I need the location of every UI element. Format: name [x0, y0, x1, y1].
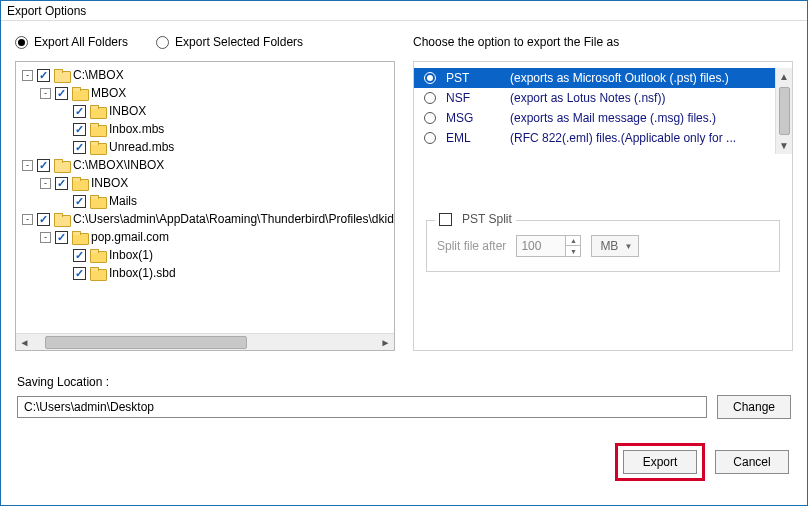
radio-export-selected[interactable]: Export Selected Folders [156, 35, 303, 49]
tree-item-label: MBOX [91, 86, 126, 100]
folder-icon [90, 123, 105, 135]
format-name: NSF [446, 91, 500, 105]
pst-split-fieldset: PST Split Split file after ▲ ▼ [426, 220, 780, 272]
tree-item-label: pop.gmail.com [91, 230, 169, 244]
folder-icon [72, 87, 87, 99]
format-box: ▲ ▼ PST(exports as Microsoft Outlook (.p… [413, 61, 793, 351]
scroll-down-icon[interactable]: ▼ [776, 137, 793, 154]
tree-row[interactable]: INBOX [16, 102, 394, 120]
tree-row[interactable]: Inbox(1) [16, 246, 394, 264]
tree-row[interactable]: -MBOX [16, 84, 394, 102]
split-label: Split file after [437, 239, 506, 253]
radio-dot-icon [424, 72, 436, 84]
format-desc: (exports as Mail message (.msg) files.) [510, 111, 784, 125]
tree-checkbox[interactable] [37, 159, 50, 172]
tree-checkbox[interactable] [55, 87, 68, 100]
tree-expander-icon[interactable]: - [22, 70, 33, 81]
spin-up-icon[interactable]: ▲ [565, 236, 580, 246]
tree-checkbox[interactable] [55, 177, 68, 190]
pst-split-legend[interactable]: PST Split [435, 212, 516, 226]
tree-expander-icon[interactable]: - [40, 232, 51, 243]
tree-item-label: Unread.mbs [109, 140, 174, 154]
format-desc: (RFC 822(.eml) files.(Applicable only fo… [510, 131, 784, 145]
folder-tree: -C:\MBOX-MBOXINBOXInbox.mbsUnread.mbs-C:… [15, 61, 395, 351]
folder-icon [90, 141, 105, 153]
tree-row[interactable]: -INBOX [16, 174, 394, 192]
saving-location-input[interactable] [17, 396, 707, 418]
tree-row[interactable]: Unread.mbs [16, 138, 394, 156]
spin-down-icon[interactable]: ▼ [565, 246, 580, 256]
export-highlight: Export [615, 443, 705, 481]
tree-item-label: Inbox(1).sbd [109, 266, 176, 280]
format-option-pst[interactable]: PST(exports as Microsoft Outlook (.pst) … [414, 68, 792, 88]
cancel-button[interactable]: Cancel [715, 450, 789, 474]
tree-checkbox[interactable] [37, 69, 50, 82]
tree-row[interactable]: Inbox(1).sbd [16, 264, 394, 282]
change-button[interactable]: Change [717, 395, 791, 419]
tree-item-label: C:\MBOX [73, 68, 124, 82]
tree-checkbox[interactable] [73, 141, 86, 154]
tree-row[interactable]: -C:\MBOX [16, 66, 394, 84]
vertical-scrollbar[interactable]: ▲ ▼ [775, 68, 792, 154]
tree-row[interactable]: -pop.gmail.com [16, 228, 394, 246]
scroll-up-icon[interactable]: ▲ [776, 68, 793, 85]
format-option-eml[interactable]: EML(RFC 822(.eml) files.(Applicable only… [414, 128, 792, 148]
radio-dot-icon [424, 92, 436, 104]
tree-checkbox[interactable] [55, 231, 68, 244]
tree-checkbox[interactable] [73, 249, 86, 262]
folder-icon [72, 177, 87, 189]
folder-tree-viewport[interactable]: -C:\MBOX-MBOXINBOXInbox.mbsUnread.mbs-C:… [16, 62, 394, 333]
format-name: EML [446, 131, 500, 145]
radio-dot-icon [424, 132, 436, 144]
horizontal-scrollbar[interactable]: ◄ ► [16, 333, 394, 350]
folder-panel: Export All Folders Export Selected Folde… [15, 31, 395, 351]
tree-row[interactable]: Mails [16, 192, 394, 210]
tree-checkbox[interactable] [73, 267, 86, 280]
radio-label: Export Selected Folders [175, 35, 303, 49]
radio-dot-icon [15, 36, 28, 49]
scroll-right-icon[interactable]: ► [377, 334, 394, 351]
tree-checkbox[interactable] [37, 213, 50, 226]
format-desc: (exports as Microsoft Outlook (.pst) fil… [510, 71, 784, 85]
tree-expander-icon[interactable]: - [22, 160, 33, 171]
tree-checkbox[interactable] [73, 195, 86, 208]
folder-icon [90, 249, 105, 261]
scroll-thumb[interactable] [779, 87, 790, 135]
format-option-nsf[interactable]: NSF(export as Lotus Notes (.nsf)) [414, 88, 792, 108]
pst-split-legend-text: PST Split [462, 212, 512, 226]
export-format-panel: Choose the option to export the File as … [413, 31, 793, 351]
tree-row[interactable]: Inbox.mbs [16, 120, 394, 138]
split-unit-select[interactable]: MB ▼ [591, 235, 639, 257]
export-format-heading: Choose the option to export the File as [413, 31, 793, 53]
pst-split-controls: Split file after ▲ ▼ MB ▼ [437, 235, 769, 257]
split-size-field[interactable] [517, 236, 565, 256]
format-name: PST [446, 71, 500, 85]
tree-row[interactable]: -C:\Users\admin\AppData\Roaming\Thunderb… [16, 210, 394, 228]
tree-expander-icon[interactable]: - [40, 178, 51, 189]
folder-icon [72, 231, 87, 243]
scroll-left-icon[interactable]: ◄ [16, 334, 33, 351]
format-option-msg[interactable]: MSG(exports as Mail message (.msg) files… [414, 108, 792, 128]
split-size-input[interactable]: ▲ ▼ [516, 235, 581, 257]
pst-split-checkbox[interactable] [439, 213, 452, 226]
tree-row[interactable]: -C:\MBOX\INBOX [16, 156, 394, 174]
tree-checkbox[interactable] [73, 105, 86, 118]
tree-item-label: Mails [109, 194, 137, 208]
window-title: Export Options [1, 1, 807, 21]
tree-checkbox[interactable] [73, 123, 86, 136]
radio-dot-icon [156, 36, 169, 49]
tree-expander-icon[interactable]: - [22, 214, 33, 225]
saving-location-label: Saving Location : [17, 375, 791, 389]
format-list: ▲ ▼ PST(exports as Microsoft Outlook (.p… [414, 62, 792, 154]
radio-label: Export All Folders [34, 35, 128, 49]
format-name: MSG [446, 111, 500, 125]
tree-item-label: Inbox(1) [109, 248, 153, 262]
spinner[interactable]: ▲ ▼ [565, 236, 580, 256]
folder-icon [90, 267, 105, 279]
tree-item-label: INBOX [109, 104, 146, 118]
folder-icon [54, 69, 69, 81]
export-button[interactable]: Export [623, 450, 697, 474]
radio-export-all[interactable]: Export All Folders [15, 35, 128, 49]
scroll-thumb[interactable] [33, 334, 377, 351]
tree-expander-icon[interactable]: - [40, 88, 51, 99]
